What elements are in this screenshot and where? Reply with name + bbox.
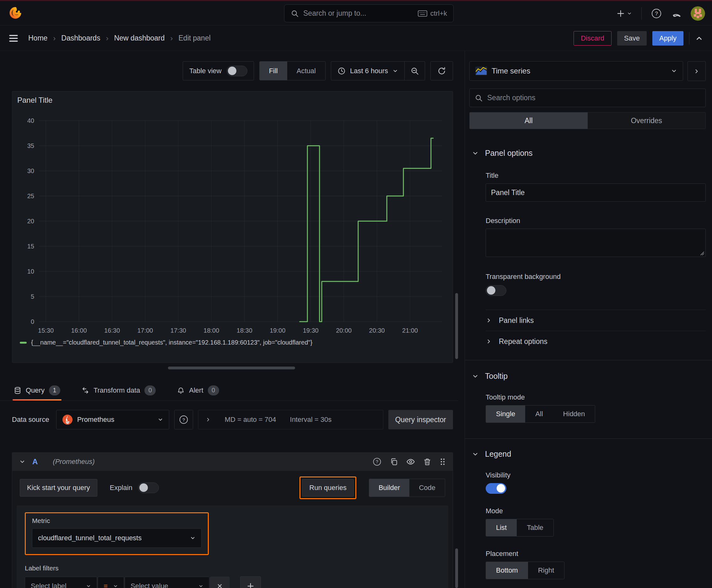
description-textarea[interactable] [486, 229, 706, 257]
section-divider [465, 360, 712, 360]
toggle-query-visibility-eye-icon[interactable] [406, 457, 415, 466]
refresh-dashboard-button[interactable] [430, 61, 453, 80]
svg-text:?: ? [655, 11, 658, 17]
query-inspector-button[interactable]: Query inspector [388, 410, 453, 429]
segment-all[interactable]: All [525, 405, 553, 422]
legend-header[interactable]: Legend [472, 449, 706, 459]
query-scrollbar-thumb[interactable] [455, 548, 458, 588]
active-tab-underline [13, 399, 62, 400]
breadcrumb-bar: Home›Dashboards›New dashboard›Edit panel… [0, 26, 712, 51]
visualization-select[interactable]: Time series [469, 61, 683, 81]
operator-dropdown[interactable]: = [98, 577, 124, 588]
keyboard-icon [418, 10, 427, 17]
breadcrumb-item-home[interactable]: Home [28, 34, 47, 42]
save-button[interactable]: Save [617, 31, 647, 45]
tab-query[interactable]: Query 1 [13, 380, 62, 400]
breadcrumb-item-new-dashboard[interactable]: New dashboard [114, 34, 165, 42]
query-help-icon[interactable]: ? [372, 457, 382, 466]
tooltip-header[interactable]: Tooltip [472, 372, 706, 381]
svg-text:20: 20 [27, 218, 34, 225]
legend-visibility-toggle[interactable] [486, 483, 506, 494]
svg-text:21:00: 21:00 [402, 327, 418, 334]
segment-single[interactable]: Single [486, 405, 525, 422]
segment-hidden[interactable]: Hidden [553, 405, 595, 422]
discard-button[interactable]: Discard [574, 31, 611, 45]
segment-overrides[interactable]: Overrides [588, 112, 706, 129]
chevron-down-icon [113, 584, 118, 588]
run-queries-button[interactable]: Run queries [302, 479, 354, 497]
resize-handle-icon[interactable] [700, 251, 704, 255]
panel-resize-drag-handle[interactable] [168, 366, 295, 370]
tab-alert[interactable]: Alert 0 [176, 380, 220, 400]
chart-legend[interactable]: {__name__="cloudflared_tunnel_total_requ… [20, 339, 448, 346]
segment-table[interactable]: Table [517, 519, 554, 536]
transform-icon [82, 387, 89, 394]
edit-panel-left-pane: Table view FillActual Last 6 hours [0, 51, 458, 588]
segment-code[interactable]: Code [409, 479, 445, 497]
segment-right[interactable]: Right [528, 562, 564, 579]
grafana-logo-icon[interactable] [8, 6, 23, 20]
query-row-header[interactable]: A (Prometheus) ? [12, 453, 453, 471]
zoom-out-time-range-button[interactable] [405, 67, 425, 76]
panel-options-header[interactable]: Panel options [472, 149, 706, 158]
segment-list[interactable]: List [486, 519, 517, 536]
collapse-options-chevron-up-icon[interactable] [695, 34, 703, 42]
chevron-right-icon [693, 68, 700, 75]
help-button[interactable]: ? [651, 8, 662, 19]
explain-toggle[interactable] [138, 482, 159, 493]
drag-query-grip-icon[interactable] [439, 458, 446, 466]
top-bar-divider [641, 7, 642, 20]
remove-filter-button[interactable] [210, 577, 230, 588]
select-value-dropdown[interactable]: Select value [125, 577, 209, 588]
panel-title-input[interactable] [486, 184, 706, 202]
svg-text:18:00: 18:00 [203, 327, 219, 334]
user-avatar[interactable] [691, 6, 705, 21]
tooltip-section: Tooltip Tooltip mode SingleAllHidden [469, 372, 706, 423]
series-color-swatch [20, 342, 27, 344]
svg-text:17:30: 17:30 [170, 327, 186, 334]
segment-actual[interactable]: Actual [287, 62, 325, 80]
segment-all[interactable]: All [470, 112, 588, 129]
apply-button[interactable]: Apply [652, 31, 684, 45]
datasource-help-button[interactable]: ? [174, 410, 193, 429]
query-options-collapse[interactable]: MD = auto = 704 Interval = 30s [198, 410, 383, 429]
news-rss-button[interactable] [671, 8, 681, 19]
segment-bottom[interactable]: Bottom [486, 562, 528, 579]
kick-start-query-button[interactable]: Kick start your query [20, 479, 97, 497]
select-label-dropdown[interactable]: Select label [25, 577, 97, 588]
add-filter-button[interactable] [240, 576, 261, 588]
legend-mode-label: Mode [486, 507, 706, 515]
global-search-input[interactable]: Search or jump to... ctrl+k [284, 4, 454, 22]
search-icon [291, 9, 299, 18]
main-scrollbar-thumb[interactable] [455, 293, 458, 359]
svg-text:5: 5 [31, 293, 34, 300]
transparent-background-toggle[interactable] [486, 285, 506, 296]
delete-query-trash-icon[interactable] [423, 458, 431, 466]
chevron-down-icon [157, 417, 163, 422]
panel-options-section: Panel options Title Description Transpar… [469, 149, 706, 352]
segment-fill[interactable]: Fill [260, 62, 287, 80]
time-range-button[interactable]: Last 6 hours [331, 67, 404, 75]
label-filters-label: Label filters [25, 564, 440, 572]
segment-builder[interactable]: Builder [369, 479, 409, 497]
search-options-input[interactable]: Search options [469, 89, 706, 107]
menu-hamburger-icon[interactable] [9, 34, 18, 42]
time-range-picker: Last 6 hours [331, 61, 425, 80]
panel-links-collapsed[interactable]: Panel links [486, 310, 706, 331]
table-view-toggle[interactable] [226, 66, 247, 76]
repeat-options-collapsed[interactable]: Repeat options [486, 331, 706, 352]
chevron-down-icon [198, 584, 203, 588]
metric-highlight-box: Metric cloudflared_tunnel_total_requests [25, 512, 209, 555]
query-editor-card: A (Prometheus) ? [12, 452, 453, 588]
breadcrumb-item-dashboards[interactable]: Dashboards [61, 34, 100, 42]
add-new-button[interactable] [616, 9, 632, 18]
fit-mode-segmented: FillActual [259, 61, 326, 80]
search-icon [475, 94, 483, 102]
time-series-chart[interactable]: 051015202530354015:3016:0016:3017:0017:3… [17, 116, 448, 336]
expand-viz-list-button[interactable] [688, 61, 706, 81]
duplicate-query-icon[interactable] [390, 458, 398, 466]
tab-transform-data[interactable]: Transform data 0 [80, 380, 157, 400]
tooltip-mode-label: Tooltip mode [486, 393, 706, 401]
metric-select[interactable]: cloudflared_tunnel_total_requests [32, 528, 201, 548]
datasource-select[interactable]: Prometheus [56, 410, 169, 429]
